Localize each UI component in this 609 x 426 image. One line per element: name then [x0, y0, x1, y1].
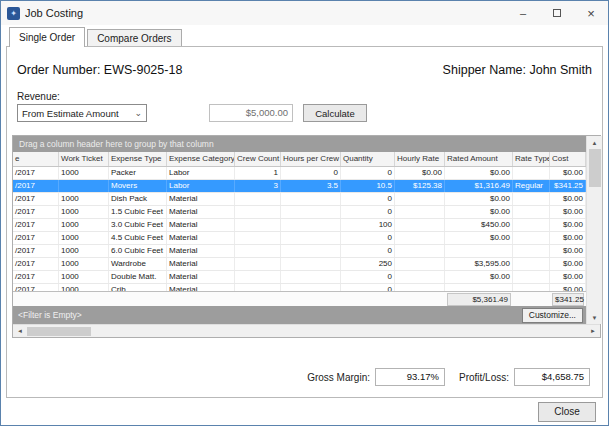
cell: $0.00: [550, 284, 586, 291]
cell: [513, 219, 550, 231]
tab-strip: Single Order Compare Orders: [1, 25, 608, 46]
cell: 0: [281, 167, 341, 179]
minimize-button[interactable]: –: [506, 1, 540, 25]
column-header[interactable]: Hourly Rate: [395, 152, 445, 166]
scroll-up-icon[interactable]: ▲: [587, 136, 602, 149]
grid-summary-row: $5,361.49$341.25: [13, 291, 586, 306]
table-row[interactable]: /201710006.0 Cubic FeetMaterial0$0.00: [13, 245, 586, 258]
revenue-source-dropdown[interactable]: From Estimate Amount ⌄: [17, 104, 147, 122]
cell: $0.00: [445, 232, 513, 244]
cell: 6.0 Cubic Feet: [109, 245, 167, 257]
table-row[interactable]: /201710001.5 Cubic FeetMaterial0$0.00$0.…: [13, 206, 586, 219]
tab-compare-orders[interactable]: Compare Orders: [87, 29, 181, 46]
single-order-tab-page: Order Number: EWS-9025-18 Shipper Name: …: [6, 46, 603, 398]
cell: [445, 245, 513, 257]
tab-single-order[interactable]: Single Order: [9, 27, 85, 47]
cell: 1000: [59, 206, 109, 218]
cell: $0.00: [550, 219, 586, 231]
column-header[interactable]: Expense Type: [109, 152, 167, 166]
cell: /2017: [13, 284, 59, 291]
cell: 0: [341, 206, 395, 218]
scroll-left-icon[interactable]: ◄: [13, 325, 27, 337]
table-row[interactable]: /201710004.5 Cubic FeetMaterial0$0.00$0.…: [13, 232, 586, 245]
table-row[interactable]: /20171000Double Matt.Material0$0.00$0.00: [13, 271, 586, 284]
cell: 0: [341, 245, 395, 257]
vertical-scrollbar-thumb[interactable]: [589, 149, 601, 187]
revenue-label: Revenue:: [17, 91, 602, 102]
table-row[interactable]: /20171000Dish PackMaterial0$0.00$0.00: [13, 193, 586, 206]
cell: Dish Pack: [109, 193, 167, 205]
filter-status-text: <Filter is Empty>: [18, 310, 82, 320]
cell: 1000: [59, 271, 109, 283]
cell: $125.38: [395, 180, 445, 192]
cell: 1000: [59, 193, 109, 205]
cell: /2017: [13, 167, 59, 179]
cell: [395, 232, 445, 244]
cell: $0.00: [550, 245, 586, 257]
cell: Double Matt.: [109, 271, 167, 283]
column-header[interactable]: Rate Type: [513, 152, 550, 166]
cell: 1000: [59, 232, 109, 244]
table-row[interactable]: /20171000PackerLabor100$0.00$0.00$0.00: [13, 167, 586, 180]
column-header[interactable]: Quantity: [341, 152, 395, 166]
profit-loss-label: Profit/Loss:: [459, 372, 509, 383]
customize-button[interactable]: Customize...: [522, 308, 583, 323]
horizontal-scrollbar[interactable]: ◄ ►: [13, 324, 600, 337]
profit-loss-field[interactable]: $4,658.75: [514, 368, 590, 386]
calculate-button[interactable]: Calculate: [303, 104, 367, 122]
cell: $0.00: [445, 193, 513, 205]
cell: [395, 193, 445, 205]
column-header[interactable]: Work Ticket: [59, 152, 109, 166]
table-row[interactable]: /2017MoversLabor33.510.5$125.38$1,316.49…: [13, 180, 586, 193]
vertical-scrollbar[interactable]: ▲ ▼: [586, 136, 602, 324]
column-header[interactable]: Expense Category: [167, 152, 235, 166]
order-number-text: Order Number: EWS-9025-18: [17, 63, 182, 77]
column-header[interactable]: Rated Amount: [445, 152, 513, 166]
cell: 1000: [59, 245, 109, 257]
group-by-bar[interactable]: Drag a column header here to group by th…: [13, 136, 586, 152]
table-row[interactable]: /20171000WardrobeMaterial250$3,595.00$0.…: [13, 258, 586, 271]
cell: Crib: [109, 284, 167, 291]
cell: 0: [341, 167, 395, 179]
summary-cell: $5,361.49: [445, 293, 513, 306]
cell: [513, 245, 550, 257]
horizontal-scrollbar-thumb[interactable]: [27, 327, 91, 336]
cell: $1,316.49: [445, 180, 513, 192]
gross-margin-field[interactable]: 93.17%: [375, 368, 445, 386]
cell: [395, 271, 445, 283]
dialog-footer: Close: [1, 398, 608, 425]
close-button[interactable]: Close: [538, 402, 596, 422]
revenue-amount-field[interactable]: $5,000.00: [209, 104, 293, 122]
table-row[interactable]: /201710003.0 Cubic FeetMaterial100$450.0…: [13, 219, 586, 232]
cell: /2017: [13, 193, 59, 205]
cell: $341.25: [550, 180, 586, 192]
cell: Regular: [513, 180, 550, 192]
cell: /2017: [13, 219, 59, 231]
cell: [395, 219, 445, 231]
column-header[interactable]: Crew Count: [235, 152, 281, 166]
cell: Wardrobe: [109, 258, 167, 270]
table-row[interactable]: /20171000CribMaterial0$0.00: [13, 284, 586, 291]
shipper-name-text: Shipper Name: John Smith: [443, 63, 592, 77]
cell: 100: [341, 219, 395, 231]
column-header[interactable]: Hours per Crew: [281, 152, 341, 166]
cell: Material: [167, 219, 235, 231]
title-bar: ✦ Job Costing – ×: [1, 1, 608, 25]
cell: [59, 180, 109, 192]
cell: $450.00: [445, 219, 513, 231]
cell: Material: [167, 206, 235, 218]
cell: [395, 258, 445, 270]
cell: [513, 193, 550, 205]
gross-margin-label: Gross Margin:: [307, 372, 370, 383]
cell: 1.5 Cubic Feet: [109, 206, 167, 218]
scroll-right-icon[interactable]: ►: [586, 325, 600, 337]
column-header[interactable]: Cost: [550, 152, 586, 166]
close-window-button[interactable]: ×: [574, 1, 608, 25]
cell: /2017: [13, 232, 59, 244]
maximize-button[interactable]: [540, 1, 574, 25]
cell: 3.0 Cubic Feet: [109, 219, 167, 231]
cell: [235, 206, 281, 218]
cell: $0.00: [550, 271, 586, 283]
column-header[interactable]: e: [13, 152, 59, 166]
scroll-down-icon[interactable]: ▼: [587, 311, 602, 324]
